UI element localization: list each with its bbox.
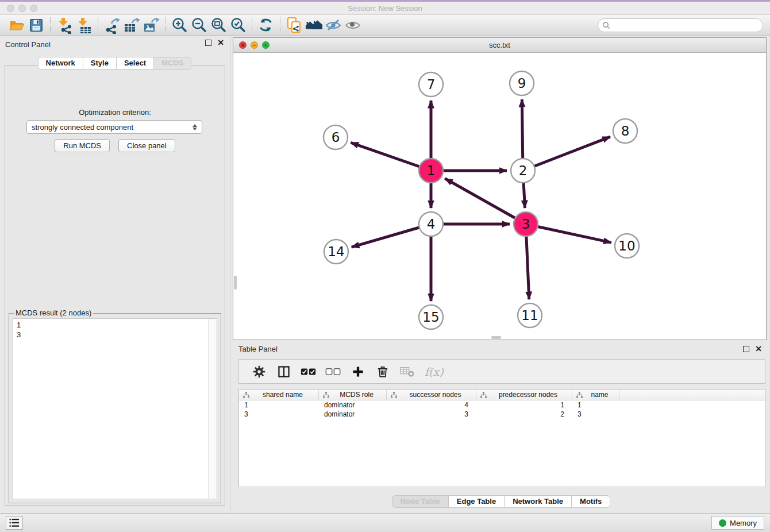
graph-node-label: 1	[427, 163, 436, 178]
optimization-criterion-value: strongly connected component	[32, 123, 133, 132]
hide-selected-button[interactable]	[324, 16, 343, 34]
tab-edge-table[interactable]: Edge Table	[448, 495, 505, 508]
mcds-result-list[interactable]: 13	[13, 318, 217, 499]
refresh-icon	[257, 17, 275, 34]
tree-icon	[391, 392, 397, 398]
eye-slash-icon	[325, 17, 342, 34]
network-vscroll-thumb[interactable]	[234, 276, 237, 290]
control-panel-header: Control Panel ✕	[0, 36, 230, 51]
export-network-button[interactable]	[102, 16, 122, 34]
save-session-button[interactable]	[26, 16, 46, 34]
select-all-rows-button[interactable]	[299, 363, 318, 381]
plus-icon	[351, 365, 365, 379]
import-network-icon	[56, 17, 73, 34]
graph-node-label: 9	[518, 76, 526, 91]
import-table-button[interactable]	[74, 16, 94, 34]
table-toolbar: f(x)	[238, 359, 765, 384]
graph-node-label: 11	[521, 308, 538, 323]
tab-motifs[interactable]: Motifs	[571, 495, 610, 508]
show-all-button[interactable]	[343, 16, 363, 34]
float-panel-icon[interactable]	[205, 40, 211, 46]
mcds-result-item[interactable]: 3	[17, 330, 205, 340]
graph-node-14[interactable]: 14	[324, 240, 348, 264]
graph-edge-3-10[interactable]	[526, 224, 611, 242]
table-row[interactable]: 3dominator323	[239, 410, 765, 419]
graph-edge-3-1[interactable]	[445, 179, 526, 224]
control-panel: Control Panel ✕ NetworkStyleSelectMCDS O…	[0, 36, 230, 513]
graph-node-9[interactable]: 9	[510, 71, 534, 95]
zoom-selected-button[interactable]	[228, 16, 248, 34]
column-header-successor-nodes[interactable]: successor nodes	[387, 390, 476, 400]
search-input[interactable]	[598, 18, 763, 32]
memory-button[interactable]: Memory	[711, 516, 764, 530]
graph-node-label: 14	[328, 244, 344, 259]
panel-selector-button[interactable]	[6, 516, 23, 530]
show-column-button[interactable]	[274, 363, 294, 381]
close-table-panel-icon[interactable]: ✕	[755, 345, 762, 353]
close-panel-button[interactable]: Close panel	[118, 139, 175, 152]
graph-node-15[interactable]: 15	[419, 305, 443, 329]
tab-style[interactable]: Style	[83, 57, 117, 70]
float-table-panel-icon[interactable]	[743, 346, 749, 352]
run-mcds-button[interactable]: Run MCDS	[55, 139, 110, 152]
tree-icon	[243, 392, 249, 398]
close-panel-icon[interactable]: ✕	[217, 39, 224, 47]
column-header-name[interactable]: name	[572, 390, 619, 400]
graph-node-7[interactable]: 7	[419, 72, 443, 97]
control-panel-title: Control Panel	[5, 40, 51, 49]
tree-icon	[480, 392, 487, 398]
table-row[interactable]: 1dominator411	[239, 400, 765, 410]
refresh-view-button[interactable]	[256, 16, 276, 34]
mcds-result-item[interactable]: 1	[17, 320, 205, 330]
deselect-all-rows-button[interactable]	[324, 363, 343, 381]
tab-select[interactable]: Select	[116, 57, 154, 70]
home-button[interactable]	[304, 16, 324, 34]
network-overview-button[interactable]	[284, 16, 304, 34]
optimization-criterion-label: Optimization criterion:	[5, 108, 225, 117]
zoom-out-button[interactable]	[189, 16, 209, 34]
tab-mcds[interactable]: MCDS	[153, 57, 191, 70]
column-header-shared-name[interactable]: shared name	[239, 390, 319, 400]
search-field-wrap	[598, 18, 763, 32]
export-image-icon	[143, 17, 160, 34]
folder-open-icon	[9, 17, 25, 33]
table-cell: dominator	[319, 400, 387, 410]
export-table-button[interactable]	[122, 16, 141, 34]
tab-node-table[interactable]: Node Table	[392, 495, 449, 508]
tab-network-table[interactable]: Network Table	[504, 495, 572, 508]
window-title: Session: New Session	[0, 4, 770, 13]
graph-node-11[interactable]: 11	[518, 303, 542, 327]
tab-network[interactable]: Network	[38, 57, 83, 70]
column-header-mcds-role[interactable]: MCDS role	[319, 390, 387, 400]
table-settings-button[interactable]	[249, 363, 269, 381]
table-cell: 1	[239, 400, 319, 410]
graph-node-6[interactable]: 6	[324, 125, 348, 149]
graph-node-3[interactable]: 3	[514, 212, 538, 236]
add-column-button[interactable]	[348, 363, 368, 381]
network-hscroll-thumb[interactable]	[491, 336, 501, 339]
graph-node-4[interactable]: 4	[419, 212, 443, 236]
export-image-button[interactable]	[141, 16, 161, 34]
graph-node-1[interactable]: 1	[419, 159, 443, 183]
optimization-criterion-select[interactable]: strongly connected component	[26, 120, 202, 134]
column-header-predecessor-nodes[interactable]: predecessor nodes	[476, 390, 572, 400]
zoom-fit-button[interactable]	[209, 16, 228, 34]
graph-edge-2-8[interactable]	[523, 137, 610, 171]
graph-node-8[interactable]: 8	[613, 119, 637, 143]
network-canvas[interactable]: 7968124314101511	[233, 53, 766, 340]
delete-table-button[interactable]	[398, 363, 417, 381]
function-builder-button[interactable]: f(x)	[425, 365, 444, 378]
graph-node-10[interactable]: 10	[615, 234, 639, 258]
mcds-result-title: MCDS result (2 nodes)	[14, 309, 93, 317]
export-network-icon	[103, 17, 121, 34]
open-session-button[interactable]	[7, 16, 26, 34]
list-icon	[9, 518, 20, 527]
eye-icon	[344, 17, 361, 34]
delete-column-button[interactable]	[373, 363, 392, 381]
import-network-button[interactable]	[55, 16, 74, 34]
result-scrollbar[interactable]	[208, 319, 217, 499]
search-icon	[602, 21, 610, 32]
graph-node-2[interactable]: 2	[511, 159, 535, 183]
zoom-out-icon	[190, 17, 207, 34]
zoom-in-button[interactable]	[170, 16, 189, 34]
